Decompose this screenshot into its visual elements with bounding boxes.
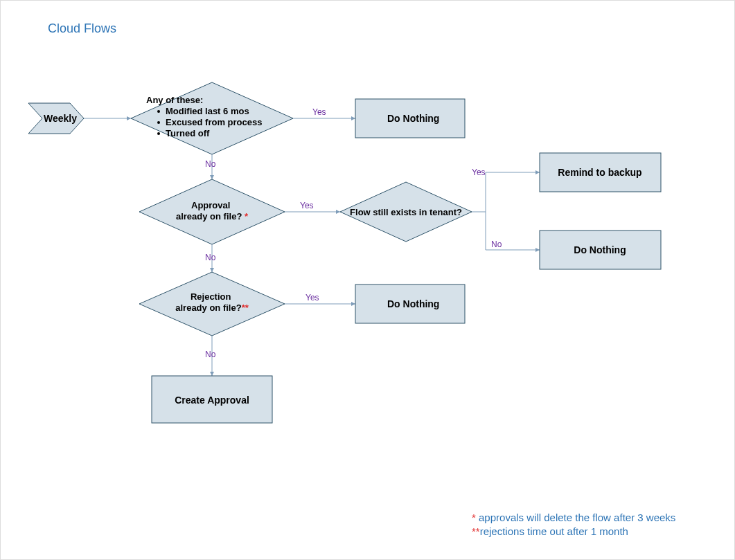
node-do-nothing-2-label: Do Nothing: [574, 244, 626, 255]
svg-text:Any of these:: Any of these:: [146, 95, 203, 105]
svg-text:Turned off: Turned off: [166, 128, 210, 138]
node-do-nothing-1-label: Do Nothing: [387, 113, 439, 124]
svg-text:Flow still exists in tenant?: Flow still exists in tenant?: [350, 207, 462, 217]
flowchart-svg: Weekly Any of these: Modified last 6 mos…: [1, 1, 735, 560]
edge-any-yes-label: Yes: [312, 107, 326, 117]
node-create-approval-label: Create Approval: [175, 395, 249, 406]
edge-rejection-yes-label: Yes: [305, 293, 319, 302]
node-do-nothing-3: Do Nothing: [355, 284, 465, 323]
node-weekly-label: Weekly: [44, 113, 77, 124]
footnote-2: **rejections time out after 1 month: [472, 525, 628, 537]
node-weekly: Weekly: [28, 103, 84, 134]
svg-point-4: [157, 121, 160, 124]
node-do-nothing-2: Do Nothing: [540, 231, 661, 269]
node-do-nothing-1: Do Nothing: [355, 99, 465, 138]
svg-point-6: [157, 132, 160, 135]
svg-point-2: [157, 110, 160, 113]
edge-approval-yes-label: Yes: [300, 201, 314, 210]
edge-rejection-no-label: No: [205, 350, 216, 359]
node-remind-backup: Remind to backup: [540, 153, 661, 192]
footnote-1: * approvals will delete the flow after 3…: [472, 512, 675, 523]
node-remind-backup-label: Remind to backup: [558, 167, 641, 178]
node-approval-on-file: Approval already on file? *: [139, 179, 285, 244]
node-create-approval: Create Approval: [152, 376, 272, 423]
edge-flowexists-no: No: [486, 212, 540, 250]
svg-text:No: No: [491, 240, 502, 249]
edge-any-no-label: No: [205, 159, 216, 169]
svg-text:Modified last 6 mos: Modified last 6 mos: [166, 106, 249, 116]
node-do-nothing-3-label: Do Nothing: [387, 298, 439, 309]
svg-text:Excused from process: Excused from process: [166, 117, 262, 127]
node-flow-exists: Flow still exists in tenant?: [340, 182, 472, 242]
svg-text:Yes: Yes: [472, 168, 486, 177]
node-rejection-on-file: Rejection already on file?**: [139, 272, 285, 336]
edge-approval-no-label: No: [205, 253, 216, 262]
flowchart-canvas: Cloud Flows Weekly Any of these: Modifie…: [0, 0, 735, 560]
edge-flowexists-yes: Yes: [472, 168, 540, 212]
